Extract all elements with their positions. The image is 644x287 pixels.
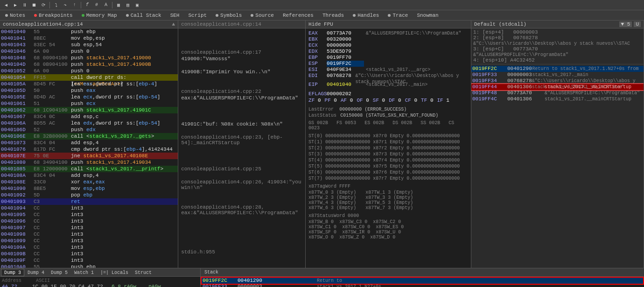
tab-memory-map-label: Memory Map: [86, 13, 117, 18]
table-row[interactable]: 00401097 CC int3: [0, 224, 178, 231]
step-into-icon[interactable]: ⤵: [52, 1, 60, 9]
source-label: Source: [255, 13, 274, 18]
table-row[interactable]: 00401095 CC int3: [0, 211, 178, 218]
table-row[interactable]: 0040105A 8D45 FC lea eax,dword ptr ss:[e…: [0, 81, 178, 87]
table-row[interactable]: 00401085 E8 12000000 call <stack1_vs_201…: [0, 166, 178, 172]
hash-icon[interactable]: #: [92, 1, 101, 9]
hide-fpu-button[interactable]: Hide FPU: [308, 21, 333, 27]
table-row[interactable]: 00401073 83C4 04 add esp,4: [0, 140, 178, 146]
table-row[interactable]: 00401094 CC int3: [0, 205, 178, 211]
source-content: consoleapplication4.cpp:17 419000:"Vamos…: [178, 28, 305, 268]
table-row[interactable]: 0040109F CC int3: [0, 257, 178, 264]
step-out-icon[interactable]: ↑: [70, 1, 79, 9]
ascii-icon[interactable]: A: [102, 1, 110, 9]
table-row[interactable]: 00401052 6A 00 push 0: [0, 68, 178, 74]
table-row[interactable]: 00401092 5D pop ebp: [0, 192, 178, 198]
expr-icon[interactable]: f: [83, 1, 91, 9]
tab-locals[interactable]: |=| Locals: [97, 269, 132, 276]
back-icon[interactable]: ◀: [2, 1, 10, 9]
table-row[interactable]: 00401099 CC int3: [0, 238, 178, 244]
tab-handles[interactable]: Handles: [349, 11, 383, 20]
registers-header: Hide FPU: [306, 21, 471, 28]
callstack-row-1[interactable]: 0019FF2C 00401290 Return to stack1_vs_20…: [471, 66, 644, 72]
table-row[interactable]: 00401054 FF15 04124100 call dword ptr ds…: [0, 74, 178, 81]
tab-memory-map[interactable]: Memory Map: [77, 11, 121, 20]
table-row[interactable]: 00401098 CC int3: [0, 231, 178, 238]
table-row[interactable]: 00401041 8BEC mov ebp,esp: [0, 35, 178, 42]
tab-struct[interactable]: Struct: [132, 269, 155, 276]
callstack-detail-content[interactable]: 1: [esp+4] 00000003 2: [esp+8] 00768278 …: [471, 28, 644, 268]
toolbar: ◀ ▶ ⏸ ⏹ ⟳ ⤵ ↷ ↑ f # A ▦ ▤ ▣: [0, 0, 644, 10]
heap-icon[interactable]: ▤: [124, 1, 132, 9]
callstack-row-5[interactable]: 0019FF48 00773A70 &"ALLUSERSPROFILE=C:\\…: [471, 90, 644, 96]
references-label: References: [283, 13, 314, 18]
table-row[interactable]: 00401062 68 1C904100 push stack1_vs_2017…: [0, 107, 178, 113]
tab-notes[interactable]: Notes: [1, 11, 29, 20]
table-row[interactable]: 00401090 8BE5 mov esp,ebp: [0, 185, 178, 192]
tab-source[interactable]: Source: [246, 11, 278, 20]
table-row[interactable]: 00401043 83EC 54 sub esp,54: [0, 42, 178, 48]
x87sw-rows: x87SW_B 0x87SW_C3 0x87SW_C2 0 x87SW_C1 0…: [307, 219, 470, 240]
step-over-icon[interactable]: ↷: [61, 1, 70, 9]
workspace: consoleapplication4.cpp:14 ▲ 00401040 55…: [0, 21, 644, 287]
disasm-content[interactable]: 00401040 55 push ebp 00401041 8BEC mov e…: [0, 28, 178, 268]
source-stdio955: stdio.h:955: [179, 249, 304, 255]
table-row[interactable]: 00401080 68 34904100 push stack1_vs_2017…: [0, 159, 178, 166]
table-row[interactable]: 0040106A 8D55 AC lea edx,dword ptr ss:[e…: [0, 120, 178, 126]
table-row[interactable]: 00401076 817D FC 44434241 cmp dword ptr …: [0, 146, 178, 153]
tab-references[interactable]: References: [279, 11, 318, 20]
callstack-row-4[interactable]: 0019FF44 00401306 stack1_vs_2017.__mainC…: [471, 84, 644, 90]
table-row[interactable]: 00401040 55 push ebp: [0, 28, 178, 35]
tab-snowman[interactable]: Snowman: [413, 11, 442, 20]
tab-dump5[interactable]: Dump 5: [48, 269, 71, 276]
mem-icon[interactable]: ▦: [114, 1, 123, 9]
table-row[interactable]: 0040105E 8D4D AC lea ecx,dword ptr ss:[e…: [0, 94, 178, 100]
x87statusword: x87StatusWord 0000: [307, 213, 470, 219]
notes-dot: [5, 14, 8, 17]
restart-icon[interactable]: ⟳: [39, 1, 48, 9]
source-cpp26: consoleapplication4.cpp:26, 419034:"you …: [179, 179, 304, 191]
table-row[interactable]: 0040105D 50 push eax: [0, 87, 178, 94]
st1-row: ST(1) 0000000000000000 x87r1 Empty 0.000…: [307, 139, 470, 145]
table-row[interactable]: 0040107E 75 0E jne stack1_vs_2017.40108E: [0, 153, 178, 159]
dump-tab-bar: Dump 3 Dump 4 Dump 5 Watch 1 |=| Locals …: [0, 268, 200, 277]
callstack-row-6[interactable]: 0019FF4C 00401306 stack1_vs_2017.__mainC…: [471, 96, 644, 102]
struct-icon[interactable]: ▣: [133, 1, 141, 9]
stop-icon[interactable]: ⏹: [30, 1, 38, 9]
table-row[interactable]: 0040106D 52 push edx: [0, 126, 178, 133]
table-row[interactable]: 00401048 68 00904100 push stack1_vs_2017…: [0, 55, 178, 61]
tab-call-stack-label: Call Stack: [131, 13, 161, 18]
table-row[interactable]: 00401061 51 push ecx: [0, 100, 178, 107]
forward-icon[interactable]: ▶: [11, 1, 20, 9]
stack-row-2[interactable]: 0019FF33 00000003: [202, 284, 643, 287]
table-row[interactable]: 004010A0 55 push ebp: [0, 264, 178, 268]
st4-row: ST(4) 0000000000000000 x87r4 Empty 0.000…: [307, 157, 470, 163]
callstack-row-3[interactable]: 0019FF34 00768278 &"C:\\Users\\ricardo\\…: [471, 78, 644, 84]
stack-row-1[interactable]: 0019FF2C 00401290 Return to stack1_vs_20…: [202, 278, 643, 284]
table-row[interactable]: 0040109B CC int3: [0, 251, 178, 257]
table-row[interactable]: 00401067 83C4 0C add esp,c: [0, 113, 178, 120]
reg-edx: EDX 53DE5D79: [308, 49, 468, 55]
table-row[interactable]: 0040108E 33C0 xor eax,eax: [0, 179, 178, 185]
table-row[interactable]: 0040109A CC int3: [0, 244, 178, 251]
tab-dump3[interactable]: Dump 3: [1, 269, 24, 276]
tab-breakpoints[interactable]: Breakpoints: [30, 11, 77, 20]
table-row[interactable]: 00401093 C3 ret: [0, 198, 178, 205]
dump-row-1[interactable]: 4A 72 1C 00 1E 00 70 C4 47 72 6.8.rAGw..…: [1, 284, 199, 287]
tab-threads[interactable]: Threads: [318, 11, 348, 20]
table-row[interactable]: 0040108A 83C4 04 add esp,4: [0, 172, 178, 179]
table-row[interactable]: 0040106E E8 32B80000 call <stack1_vs_201…: [0, 133, 178, 140]
tab-watch1[interactable]: Watch 1: [71, 269, 97, 276]
x87tagword: x87TagWord FFFF: [307, 183, 470, 189]
tab-call-stack[interactable]: Call Stack: [122, 11, 166, 20]
tab-dump4[interactable]: Dump 4: [24, 269, 48, 276]
table-row[interactable]: 00401046 6A 00 push 0: [0, 48, 178, 55]
pause-icon[interactable]: ⏸: [21, 1, 29, 9]
tab-trace[interactable]: Trace: [384, 11, 412, 20]
table-row[interactable]: 0040104D 68 0B904100 push stack1_vs_2017…: [0, 61, 178, 68]
tab-script[interactable]: Script: [184, 11, 211, 20]
callstack-title: Default (stdcall): [474, 21, 526, 27]
table-row[interactable]: 00401096 CC int3: [0, 218, 178, 224]
tab-symbols[interactable]: Symbols: [211, 11, 246, 20]
tab-seh[interactable]: SEH: [166, 11, 184, 20]
